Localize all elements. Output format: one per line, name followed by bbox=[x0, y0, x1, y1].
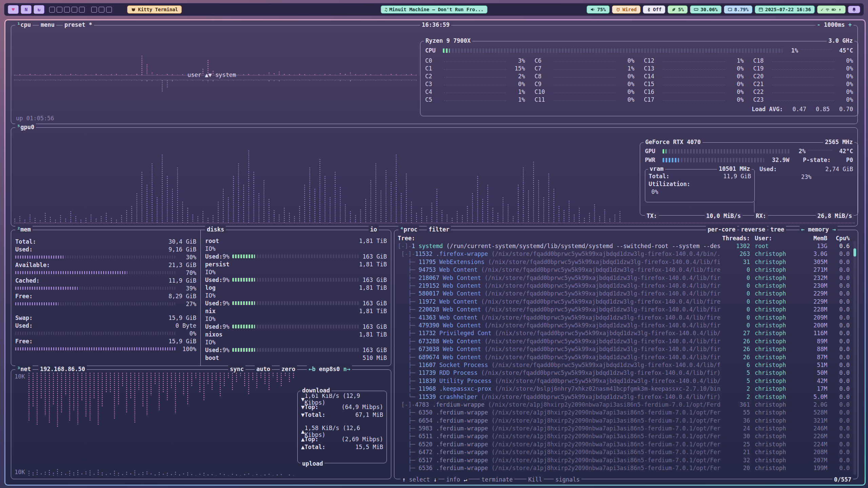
preset-button[interactable]: preset * bbox=[63, 21, 94, 28]
power-profile-button[interactable]: 5% bbox=[668, 5, 688, 14]
graph-column bbox=[441, 210, 443, 223]
process-row[interactable]: ├─ 673038 Web Content (/nix/store/fqadd0… bbox=[398, 345, 856, 353]
process-row[interactable]: ├─ 6517 .ferdium-wrappe (/nix/store/a1pj… bbox=[398, 456, 856, 464]
graph-column bbox=[126, 80, 128, 80]
network-button[interactable]: Wired bbox=[612, 5, 640, 14]
process-row[interactable]: ├─ 11732 Privileged Cont (/nix/store/fqa… bbox=[398, 329, 856, 337]
graph-column bbox=[156, 80, 159, 81]
cpu-core-row: C41% bbox=[425, 87, 525, 95]
process-row[interactable]: ├─ 6350 .ferdium-wrappe (/nix/store/a1pj… bbox=[398, 409, 856, 416]
process-row[interactable]: ├─ 6520 .ferdium-wrappe (/nix/store/a1pj… bbox=[398, 440, 856, 448]
process-info: ├─ 219152 Web Content (/nix/store/fqadd0… bbox=[398, 282, 721, 289]
process-row[interactable]: ├─ 11968 .keepassxc-prox (/nix/store/bsl… bbox=[398, 385, 856, 392]
process-row[interactable]: ├─ 11795 WebExtensions (/nix/store/fqadd… bbox=[398, 258, 856, 266]
nix-button[interactable]: N bbox=[21, 5, 32, 14]
core-leader bbox=[554, 100, 616, 101]
net-interface-switcher[interactable]: ←b enp8s0 n→ bbox=[307, 366, 352, 372]
vram-box: vram 10501 MHz Total:11,9 GiB Utilizatio… bbox=[645, 169, 755, 202]
workspace-button[interactable] bbox=[72, 7, 77, 13]
process-table-header: Tree: Threads: User: MemB Cpu% bbox=[398, 234, 856, 242]
disk-list: root1,81 TiBIO%Used: 9%163 GiBpersist1,8… bbox=[205, 237, 387, 362]
graph-column bbox=[283, 207, 286, 223]
proc-kill-button[interactable]: Kill bbox=[527, 476, 544, 483]
process-row[interactable]: ├─ 11739 RDD Process (/nix/store/fqadd0b… bbox=[398, 369, 856, 377]
graph-column bbox=[34, 80, 37, 81]
process-row[interactable]: ├─ 41363 Web Content (/nix/store/fqadd0b… bbox=[398, 313, 856, 321]
cpu-box: ¹cpu menu preset * 16:36:59 - 1000ms + u… bbox=[11, 25, 858, 124]
process-row[interactable]: ├─ 689674 Web Content (/nix/store/fqadd0… bbox=[398, 353, 856, 361]
process-row[interactable]: [-]-1 systemd (/run/current-system/syste… bbox=[398, 242, 856, 250]
process-row[interactable]: ├─ 580017 Web Content (/nix/store/fqadd0… bbox=[398, 290, 856, 298]
process-row[interactable]: ├─ 11839 Utility Process (/nix/store/fqa… bbox=[398, 377, 856, 385]
process-row[interactable]: ├─ 218067 Web Content (/nix/store/fqadd0… bbox=[398, 274, 856, 282]
net-zero-button[interactable]: zero bbox=[280, 366, 297, 372]
workspace-button[interactable] bbox=[79, 7, 85, 13]
process-row[interactable]: ├─ 11972 Web Content (/nix/store/fqadd0b… bbox=[398, 298, 856, 305]
workspace-button[interactable] bbox=[106, 7, 112, 13]
process-row[interactable]: ├─ 6511 .ferdium-wrappe (/nix/store/a1pj… bbox=[398, 432, 856, 440]
workspace-button[interactable] bbox=[57, 7, 62, 13]
proc-signals-button[interactable]: signals bbox=[554, 476, 581, 483]
bluetooth-button[interactable]: Off bbox=[643, 5, 665, 14]
memory-button[interactable]: 30.06% bbox=[690, 5, 722, 14]
proc-terminate-button[interactable]: terminate bbox=[480, 476, 514, 483]
graph-column bbox=[276, 474, 278, 475]
process-row[interactable]: ├─ 6472 .ferdium-wrappe (/nix/store/a1pj… bbox=[398, 448, 856, 456]
mem-stat-row: Swap:15,9 GiB bbox=[15, 314, 196, 322]
system-status-cluster[interactable]: ✓ bbox=[817, 5, 846, 14]
workspace-button[interactable] bbox=[49, 7, 55, 13]
graph-column bbox=[548, 173, 550, 223]
proc-reverse-button[interactable]: reverse bbox=[739, 226, 767, 233]
graph-column bbox=[248, 372, 250, 394]
core-leader bbox=[444, 93, 506, 93]
process-row[interactable]: ├─ 6536 .ferdium-wrappe (/nix/store/a1pj… bbox=[398, 464, 856, 472]
process-row[interactable]: ├─ 219152 Web Content (/nix/store/fqadd0… bbox=[398, 282, 856, 289]
network-ip: 192.168.86.50 bbox=[38, 366, 87, 372]
reload-button[interactable]: ↻ bbox=[34, 5, 44, 14]
process-row[interactable]: ├─ 479390 Web Content (/nix/store/fqadd0… bbox=[398, 321, 856, 329]
graph-column bbox=[280, 372, 282, 386]
graph-column bbox=[400, 80, 403, 81]
process-row[interactable]: [-]-11532 .firefox-wrappe (/nix/store/fq… bbox=[398, 250, 856, 258]
volume-button[interactable]: 75% bbox=[587, 5, 609, 14]
graph-column bbox=[177, 167, 179, 223]
process-scrollbar-thumb[interactable] bbox=[853, 248, 856, 257]
workspace-button[interactable] bbox=[64, 7, 70, 13]
process-row[interactable]: ├─ 6654 .ferdium-wrappe (/nix/store/a1pj… bbox=[398, 416, 856, 424]
process-row[interactable]: ├─ 94753 Web Content (/nix/store/fqadd0b… bbox=[398, 266, 856, 274]
process-row[interactable]: [-]-4783 .ferdium-wrappe (/nix/store/a1p… bbox=[398, 401, 856, 408]
net-auto-button[interactable]: auto bbox=[255, 366, 272, 372]
process-row[interactable]: ├─ 5983 .ferdium-wrappe (/nix/store/a1pj… bbox=[398, 424, 856, 432]
kitty-terminal-button[interactable]: Kitty Terminal bbox=[127, 5, 182, 14]
process-row[interactable]: ├─ 220028 Web Content (/nix/store/fqadd0… bbox=[398, 306, 856, 313]
net-sync-button[interactable]: sync bbox=[228, 366, 245, 372]
paw-button[interactable]: ♥ bbox=[8, 5, 19, 14]
notifications-button[interactable] bbox=[848, 6, 860, 13]
graph-column bbox=[197, 216, 199, 223]
proc-sort-selector[interactable]: ← memory → bbox=[800, 226, 837, 233]
cpu-core-row: C170% bbox=[644, 95, 744, 103]
mem-meter-row: 100% bbox=[15, 345, 196, 353]
process-scrollbar[interactable] bbox=[853, 241, 856, 475]
proc-info-button[interactable]: info ↵ bbox=[445, 476, 469, 483]
workspace-button[interactable] bbox=[91, 7, 97, 13]
disk-used-fill bbox=[232, 278, 255, 282]
disk-button[interactable]: 8.79% bbox=[724, 5, 752, 14]
workspace-button[interactable] bbox=[99, 7, 104, 13]
proc-select-control[interactable]: ↑ select ↓ bbox=[400, 476, 438, 483]
graph-column bbox=[334, 171, 337, 223]
mem-meter bbox=[15, 302, 175, 305]
process-row[interactable]: ├─ 11607 Socket Process (/nix/store/fqad… bbox=[398, 361, 856, 369]
menu-button[interactable]: menu bbox=[39, 21, 56, 28]
proc-per-core-button[interactable]: per-core bbox=[706, 226, 737, 233]
proc-tree-button[interactable]: tree bbox=[769, 226, 786, 233]
graph-column bbox=[329, 80, 332, 80]
interval-minus-button[interactable]: - bbox=[817, 21, 821, 28]
disks-io-button[interactable]: io bbox=[369, 226, 379, 233]
process-row[interactable]: ├─ 673288 Web Content (/nix/store/fqadd0… bbox=[398, 337, 856, 345]
proc-filter-button[interactable]: filter bbox=[427, 226, 451, 233]
interval-plus-button[interactable]: + bbox=[848, 21, 852, 28]
process-row[interactable]: └─ 11539 crashhelper (/nix/store/fqadd0b… bbox=[398, 393, 856, 401]
media-player-button[interactable]: ♫ Minuit Machine – Don't Run Fro... bbox=[381, 5, 488, 14]
clock-button[interactable]: 2025-07-22 16:36 bbox=[755, 5, 815, 14]
